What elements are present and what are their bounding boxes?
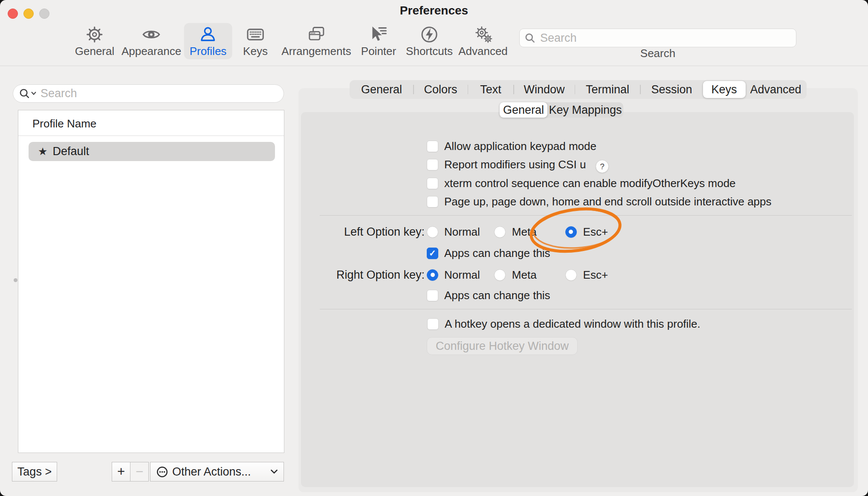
- right-option-normal-radio[interactable]: [427, 269, 438, 281]
- cursor-icon: [369, 25, 388, 44]
- toolbar-item-label: Arrangements: [281, 45, 351, 57]
- checkbox-label: Report modifiers using CSI u: [444, 158, 586, 171]
- tab-terminal[interactable]: Terminal: [575, 80, 640, 99]
- other-actions-dropdown[interactable]: Other Actions...: [150, 462, 284, 482]
- profile-list: Profile Name ★ Default: [18, 110, 284, 453]
- star-icon: ★: [38, 146, 47, 157]
- toolbar-item-profiles[interactable]: Profiles: [184, 23, 232, 59]
- section-divider: [320, 309, 852, 309]
- windows-icon: [307, 25, 326, 44]
- left-option-normal-radio[interactable]: [427, 226, 438, 238]
- toolbar-item-advanced[interactable]: Advanced: [453, 23, 513, 59]
- help-button[interactable]: ?: [596, 160, 609, 173]
- toolbar-item-label: Appearance: [122, 45, 181, 57]
- other-actions-label: Other Actions...: [172, 465, 251, 479]
- right-option-radio-group: Normal Meta Esc+: [427, 268, 608, 281]
- checkbox-label: Page up, page down, home and end scroll …: [444, 195, 772, 208]
- tags-button[interactable]: Tags >: [12, 462, 57, 482]
- profile-search-input[interactable]: [40, 87, 278, 101]
- left-option-radio-group: Normal Meta Esc+: [427, 225, 608, 238]
- profile-row-default[interactable]: ★ Default: [29, 142, 275, 161]
- row-keypad-mode: Allow application keypad mode: [427, 140, 596, 153]
- toolbar-item-label: Keys: [243, 45, 268, 57]
- gears-icon: [473, 25, 493, 44]
- radio-label: Meta: [512, 268, 537, 281]
- tab-advanced[interactable]: Advanced: [746, 80, 806, 99]
- profile-search-field[interactable]: [13, 84, 284, 103]
- right-apps-can-change-checkbox[interactable]: [427, 290, 438, 301]
- tab-text[interactable]: Text: [468, 80, 513, 99]
- left-option-key-label: Left Option key:: [298, 225, 425, 239]
- radio-label: Normal: [444, 268, 480, 281]
- toolbar-item-label: Pointer: [361, 45, 396, 57]
- radio-label: Esc+: [583, 225, 608, 238]
- keyboard-icon: [246, 25, 265, 44]
- tab-window[interactable]: Window: [514, 80, 575, 99]
- toolbar-search-item-label: Search: [640, 47, 675, 60]
- eye-icon: [142, 25, 161, 44]
- gear-icon: [85, 25, 104, 44]
- profile-tab-bar: General Colors Text Window Terminal Sess…: [350, 80, 807, 99]
- remove-profile-button[interactable]: −: [130, 462, 149, 482]
- allow-keypad-checkbox[interactable]: [427, 141, 438, 152]
- csi-u-checkbox[interactable]: [427, 159, 438, 170]
- toolbar-item-label: General: [75, 45, 115, 57]
- toolbar-item-label: Profiles: [190, 45, 227, 57]
- toolbar-item-label: Advanced: [458, 45, 508, 57]
- tab-general[interactable]: General: [350, 80, 413, 99]
- person-icon: [199, 25, 217, 44]
- bolt-circle-icon: [420, 25, 439, 44]
- right-option-key-label: Right Option key:: [298, 268, 425, 282]
- preferences-window: Preferences General Appearance: [0, 0, 868, 496]
- window-title: Preferences: [0, 4, 868, 17]
- subtab-key-mappings[interactable]: Key Mappings: [547, 102, 623, 118]
- scroll-outside-checkbox[interactable]: [427, 196, 438, 208]
- panel-drag-dot: [14, 278, 17, 282]
- section-divider: [320, 215, 852, 216]
- toolbar-item-pointer[interactable]: Pointer: [356, 23, 402, 59]
- search-icon: [525, 33, 535, 43]
- left-apps-can-change-checkbox[interactable]: [427, 248, 438, 259]
- configure-hotkey-window-button: Configure Hotkey Window: [427, 337, 578, 355]
- radio-label: Meta: [512, 225, 537, 238]
- subtab-general[interactable]: General: [500, 102, 547, 118]
- tab-colors[interactable]: Colors: [414, 80, 468, 99]
- right-option-meta-radio[interactable]: [494, 269, 506, 281]
- checkbox-label: Allow application keypad mode: [444, 140, 596, 153]
- modify-other-keys-checkbox[interactable]: [427, 178, 438, 189]
- row-scroll-outside: Page up, page down, home and end scroll …: [427, 195, 772, 208]
- toolbar-search-field[interactable]: [519, 29, 796, 47]
- row-modify-other-keys: xterm control sequence can enable modify…: [427, 177, 736, 190]
- checkbox-label: A hotkey opens a dedicated window with t…: [445, 317, 700, 330]
- checkbox-label: Apps can change this: [444, 247, 550, 260]
- hotkey-checkbox[interactable]: [427, 318, 439, 330]
- radio-label: Normal: [444, 225, 480, 238]
- toolbar-item-label: Shortcuts: [406, 45, 453, 57]
- left-option-esc-radio[interactable]: [565, 226, 577, 238]
- toolbar-divider: [0, 66, 868, 66]
- keys-subtab-bar: General Key Mappings: [500, 102, 623, 118]
- profile-list-header: Profile Name: [32, 117, 96, 130]
- profile-name: Default: [52, 145, 89, 158]
- list-header-divider: [18, 136, 284, 136]
- tab-keys[interactable]: Keys: [703, 81, 746, 98]
- toolbar-item-shortcuts[interactable]: Shortcuts: [400, 23, 458, 59]
- toolbar-item-arrangements[interactable]: Arrangements: [276, 23, 356, 59]
- add-profile-button[interactable]: +: [112, 462, 130, 482]
- toolbar-item-appearance[interactable]: Appearance: [116, 23, 187, 59]
- toolbar-search-input[interactable]: [539, 31, 791, 45]
- ellipsis-circle-icon: [156, 466, 168, 478]
- right-apps-row: Apps can change this: [427, 289, 550, 302]
- toolbar-item-general[interactable]: General: [69, 23, 120, 59]
- tab-session[interactable]: Session: [641, 80, 703, 99]
- chevron-down-icon: [271, 470, 278, 474]
- checkbox-label: xterm control sequence can enable modify…: [444, 177, 736, 190]
- search-scope-icon: [19, 88, 36, 99]
- toolbar-item-keys[interactable]: Keys: [237, 23, 273, 59]
- left-option-meta-radio[interactable]: [494, 226, 506, 238]
- radio-label: Esc+: [583, 268, 608, 281]
- right-option-esc-radio[interactable]: [565, 269, 577, 281]
- left-apps-row: Apps can change this: [427, 247, 550, 260]
- row-csi-u: Report modifiers using CSI u: [427, 158, 586, 171]
- hotkey-row: A hotkey opens a dedicated window with t…: [427, 317, 700, 330]
